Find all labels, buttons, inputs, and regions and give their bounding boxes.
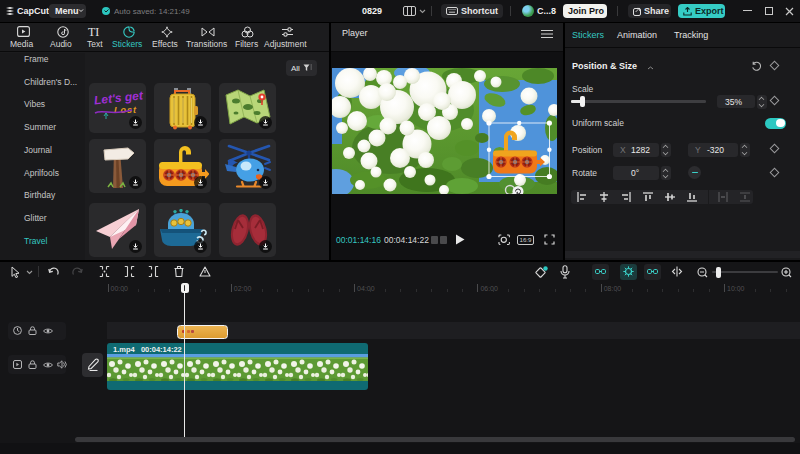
svg-text:16:9: 16:9 [519,236,532,243]
